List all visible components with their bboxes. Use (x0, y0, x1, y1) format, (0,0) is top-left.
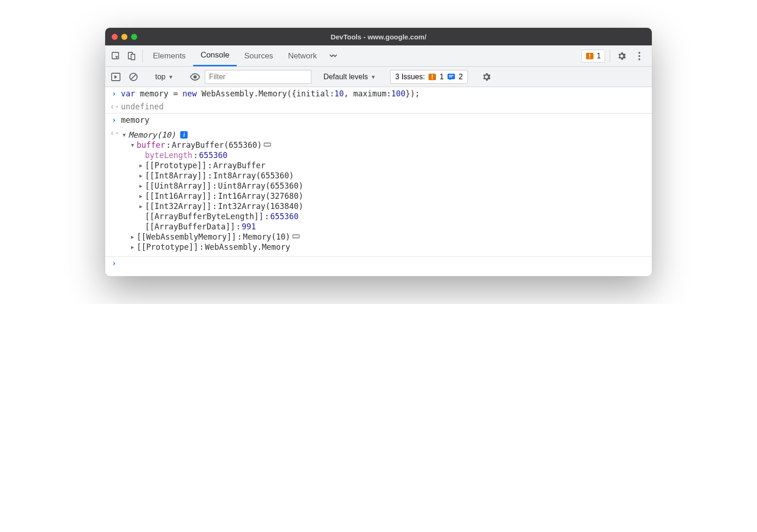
main-tabs-row: Elements Console Sources Network 1 (105, 45, 652, 67)
devtools-window: DevTools - www.google.com/ Elements Cons… (105, 28, 652, 276)
object-property[interactable]: [[Uint8Array]]: Uint8Array(655360) (121, 181, 303, 190)
object-property[interactable]: [[Int8Array]]: Int8Array(655360) (121, 171, 303, 180)
property-key: [[ArrayBufferData]] (145, 222, 235, 231)
undefined-value: undefined (121, 102, 164, 111)
expand-triangle-icon[interactable] (138, 163, 144, 169)
svg-point-7 (638, 55, 640, 57)
issues-pill[interactable]: 3 Issues: 1 2 (390, 70, 468, 84)
property-key: [[Int32Array]] (145, 202, 211, 211)
object-property[interactable]: [[Int32Array]]: Int32Array(163840) (121, 202, 303, 211)
expand-triangle-icon[interactable] (129, 234, 136, 240)
console-settings-icon[interactable] (478, 72, 495, 82)
object-property[interactable]: [[Prototype]]: WebAssembly.Memory (121, 242, 303, 252)
warning-icon (429, 74, 436, 80)
console-output-row: ‹⋅ Memory(10) i buffer: ArrayBuffer(6553… (105, 127, 652, 257)
memory-inspector-icon[interactable] (264, 141, 271, 149)
toggle-sidebar-icon[interactable] (108, 69, 124, 85)
property-value: 655360 (270, 212, 298, 221)
console-input-row: › var memory = new WebAssembly.Memory({i… (105, 87, 652, 100)
device-toggle-icon[interactable] (124, 45, 139, 66)
tab-network[interactable]: Network (281, 45, 324, 66)
property-value: Uint8Array(655360) (218, 181, 303, 190)
object-property[interactable]: [[Prototype]]: ArrayBuffer (121, 161, 303, 170)
divider (142, 49, 143, 63)
property-key: buffer (137, 140, 165, 150)
maximize-button[interactable] (131, 34, 137, 40)
settings-icon[interactable] (613, 45, 631, 66)
output-arrow-icon: ‹⋅ (110, 128, 118, 138)
property-key: [[WebAssemblyMemory]] (137, 232, 236, 241)
tab-console[interactable]: Console (193, 45, 237, 66)
more-options-icon[interactable] (631, 45, 648, 66)
console-code[interactable]: memory (121, 115, 149, 125)
object-header[interactable]: Memory(10) i (121, 130, 303, 139)
console-body: › var memory = new WebAssembly.Memory({i… (105, 87, 652, 276)
object-property[interactable]: byteLength: 655360 (121, 151, 303, 160)
tab-sources[interactable]: Sources (237, 45, 280, 66)
expand-triangle-icon[interactable] (138, 193, 144, 199)
object-property[interactable]: buffer: ArrayBuffer(655360) (121, 140, 303, 150)
more-tabs-icon[interactable] (324, 45, 342, 66)
svg-rect-15 (432, 78, 433, 79)
titlebar: DevTools - www.google.com/ (105, 28, 652, 45)
warnings-badge[interactable]: 1 (581, 50, 605, 63)
svg-rect-2 (131, 54, 135, 60)
console-input-row: › memory (105, 114, 652, 127)
svg-point-8 (638, 58, 640, 60)
input-prompt-icon: › (110, 89, 118, 98)
property-value: WebAssembly.Memory (205, 242, 290, 252)
object-tree[interactable]: Memory(10) i buffer: ArrayBuffer(655360)… (121, 128, 303, 254)
expand-triangle-icon[interactable] (138, 203, 144, 209)
context-selector[interactable]: top ▼ (151, 70, 177, 84)
svg-rect-14 (432, 75, 433, 77)
issues-info-count: 2 (459, 73, 463, 81)
object-property[interactable]: [[ArrayBufferData]]: 991 (121, 222, 303, 231)
property-value: 655360 (199, 151, 227, 160)
warnings-count: 1 (597, 52, 601, 60)
svg-rect-17 (449, 75, 454, 76)
traffic-lights[interactable] (112, 34, 137, 40)
expand-triangle-icon[interactable] (129, 244, 136, 250)
divider (610, 49, 610, 63)
object-name: Memory(10) (128, 130, 176, 139)
log-levels-selector[interactable]: Default levels ▼ (319, 70, 380, 84)
svg-rect-5 (589, 57, 590, 58)
info-icon[interactable]: i (180, 131, 188, 139)
expand-triangle-icon[interactable] (138, 183, 144, 189)
svg-point-6 (638, 52, 640, 54)
object-property[interactable]: [[Int16Array]]: Int16Array(327680) (121, 191, 303, 201)
inspect-element-icon[interactable] (108, 45, 124, 66)
output-arrow-icon: ‹⋅ (110, 102, 118, 111)
window-title: DevTools - www.google.com/ (105, 33, 652, 41)
issues-warn-count: 1 (440, 73, 444, 81)
expand-triangle-icon[interactable] (138, 173, 144, 179)
message-icon (448, 74, 455, 80)
expand-triangle-icon[interactable] (129, 142, 136, 148)
property-value: Int16Array(327680) (218, 191, 303, 201)
live-expression-icon[interactable] (187, 73, 203, 81)
console-prompt-row[interactable]: › (105, 257, 652, 276)
context-label: top (155, 73, 165, 81)
console-code[interactable]: var memory = new WebAssembly.Memory({ini… (121, 89, 420, 98)
expand-triangle-icon[interactable] (121, 132, 127, 138)
chevron-down-icon: ▼ (168, 74, 173, 80)
input-prompt-icon: › (110, 115, 118, 125)
svg-line-11 (131, 75, 136, 79)
property-value: Int32Array(163840) (218, 202, 303, 211)
close-button[interactable] (112, 34, 118, 40)
filter-input[interactable] (205, 70, 311, 84)
property-value: 991 (242, 222, 256, 231)
tab-elements[interactable]: Elements (145, 45, 193, 66)
clear-console-icon[interactable] (126, 69, 141, 85)
object-property[interactable]: [[WebAssemblyMemory]]: Memory(10) (121, 232, 303, 241)
property-value: Int8Array(655360) (213, 171, 294, 180)
memory-inspector-icon[interactable] (292, 233, 300, 241)
property-value: Memory(10) (243, 232, 290, 241)
property-value: ArrayBuffer(655360) (172, 140, 262, 150)
input-prompt-icon: › (110, 259, 118, 268)
object-property[interactable]: [[ArrayBufferByteLength]]: 655360 (121, 212, 303, 221)
property-key: [[Uint8Array]] (145, 181, 211, 190)
minimize-button[interactable] (121, 34, 127, 40)
property-key: byteLength (145, 151, 192, 160)
issues-label: 3 Issues: (395, 73, 425, 81)
